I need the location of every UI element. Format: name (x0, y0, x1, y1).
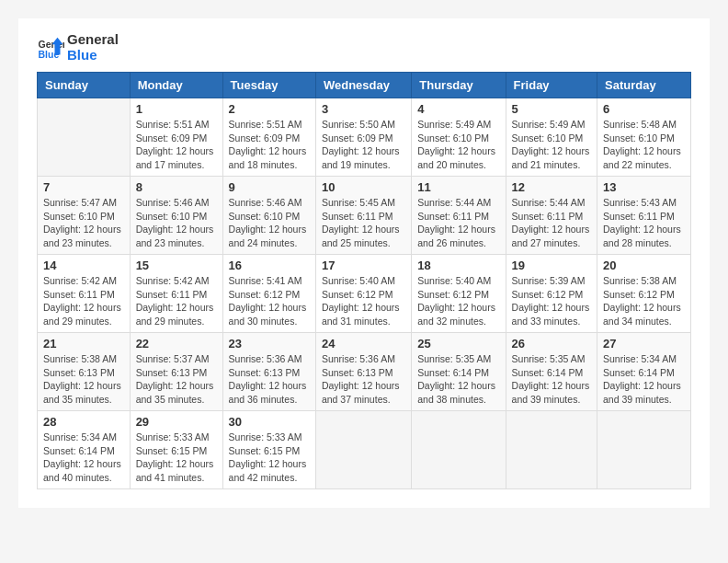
calendar-page: General Blue General Blue SundayMondayTu… (18, 18, 710, 508)
day-number: 2 (229, 102, 310, 116)
day-number: 9 (229, 180, 310, 194)
day-number: 28 (43, 415, 124, 429)
calendar-cell: 9Sunrise: 5:46 AM Sunset: 6:10 PM Daylig… (222, 177, 315, 255)
day-number: 13 (603, 180, 685, 194)
day-info: Sunrise: 5:44 AM Sunset: 6:11 PM Dayligh… (417, 196, 499, 250)
calendar-cell: 26Sunrise: 5:35 AM Sunset: 6:14 PM Dayli… (506, 333, 597, 411)
week-row-2: 7Sunrise: 5:47 AM Sunset: 6:10 PM Daylig… (38, 177, 691, 255)
week-row-3: 14Sunrise: 5:42 AM Sunset: 6:11 PM Dayli… (38, 255, 691, 333)
weekday-header-row: SundayMondayTuesdayWednesdayThursdayFrid… (38, 73, 691, 98)
calendar-cell: 6Sunrise: 5:48 AM Sunset: 6:10 PM Daylig… (597, 98, 691, 177)
day-number: 20 (603, 259, 685, 272)
day-number: 18 (417, 259, 499, 272)
day-number: 1 (136, 102, 217, 116)
day-info: Sunrise: 5:40 AM Sunset: 6:12 PM Dayligh… (417, 274, 499, 328)
calendar-table: SundayMondayTuesdayWednesdayThursdayFrid… (37, 72, 691, 489)
logo: General Blue General Blue (37, 32, 119, 63)
day-number: 14 (43, 259, 124, 272)
calendar-cell: 5Sunrise: 5:49 AM Sunset: 6:10 PM Daylig… (506, 98, 597, 177)
calendar-cell: 13Sunrise: 5:43 AM Sunset: 6:11 PM Dayli… (597, 177, 691, 255)
calendar-cell: 12Sunrise: 5:44 AM Sunset: 6:11 PM Dayli… (506, 177, 597, 255)
calendar-cell: 15Sunrise: 5:42 AM Sunset: 6:11 PM Dayli… (130, 255, 222, 333)
day-info: Sunrise: 5:39 AM Sunset: 6:12 PM Dayligh… (512, 274, 591, 328)
calendar-cell: 2Sunrise: 5:51 AM Sunset: 6:09 PM Daylig… (222, 98, 315, 177)
day-info: Sunrise: 5:40 AM Sunset: 6:12 PM Dayligh… (322, 274, 405, 328)
calendar-cell: 25Sunrise: 5:35 AM Sunset: 6:14 PM Dayli… (412, 333, 506, 411)
day-info: Sunrise: 5:34 AM Sunset: 6:14 PM Dayligh… (43, 431, 124, 485)
day-number: 21 (43, 337, 124, 350)
day-info: Sunrise: 5:46 AM Sunset: 6:10 PM Dayligh… (136, 196, 217, 250)
calendar-cell: 17Sunrise: 5:40 AM Sunset: 6:12 PM Dayli… (315, 255, 411, 333)
calendar-cell: 18Sunrise: 5:40 AM Sunset: 6:12 PM Dayli… (412, 255, 506, 333)
day-number: 16 (229, 259, 310, 272)
day-info: Sunrise: 5:33 AM Sunset: 6:15 PM Dayligh… (136, 431, 217, 485)
calendar-cell: 10Sunrise: 5:45 AM Sunset: 6:11 PM Dayli… (315, 177, 411, 255)
day-info: Sunrise: 5:35 AM Sunset: 6:14 PM Dayligh… (417, 352, 499, 407)
day-number: 7 (43, 180, 124, 194)
calendar-cell (506, 411, 597, 489)
calendar-cell: 19Sunrise: 5:39 AM Sunset: 6:12 PM Dayli… (506, 255, 597, 333)
logo-name-line2: Blue (67, 48, 119, 63)
day-number: 11 (417, 180, 499, 194)
calendar-cell: 11Sunrise: 5:44 AM Sunset: 6:11 PM Dayli… (412, 177, 506, 255)
weekday-header-saturday: Saturday (597, 73, 691, 98)
day-info: Sunrise: 5:36 AM Sunset: 6:13 PM Dayligh… (322, 352, 405, 407)
day-info: Sunrise: 5:35 AM Sunset: 6:14 PM Dayligh… (512, 352, 591, 407)
calendar-cell: 7Sunrise: 5:47 AM Sunset: 6:10 PM Daylig… (38, 177, 131, 255)
day-info: Sunrise: 5:41 AM Sunset: 6:12 PM Dayligh… (229, 274, 310, 328)
day-info: Sunrise: 5:36 AM Sunset: 6:13 PM Dayligh… (229, 352, 310, 407)
day-info: Sunrise: 5:49 AM Sunset: 6:10 PM Dayligh… (512, 118, 591, 172)
day-info: Sunrise: 5:46 AM Sunset: 6:10 PM Dayligh… (229, 196, 310, 250)
calendar-cell: 22Sunrise: 5:37 AM Sunset: 6:13 PM Dayli… (130, 333, 222, 411)
day-info: Sunrise: 5:42 AM Sunset: 6:11 PM Dayligh… (43, 274, 124, 328)
calendar-cell: 14Sunrise: 5:42 AM Sunset: 6:11 PM Dayli… (38, 255, 131, 333)
day-number: 15 (136, 259, 217, 272)
calendar-cell: 4Sunrise: 5:49 AM Sunset: 6:10 PM Daylig… (412, 98, 506, 177)
calendar-cell: 3Sunrise: 5:50 AM Sunset: 6:09 PM Daylig… (315, 98, 411, 177)
day-number: 5 (512, 102, 591, 116)
day-info: Sunrise: 5:42 AM Sunset: 6:11 PM Dayligh… (136, 274, 217, 328)
day-info: Sunrise: 5:50 AM Sunset: 6:09 PM Dayligh… (322, 118, 405, 172)
day-info: Sunrise: 5:34 AM Sunset: 6:14 PM Dayligh… (603, 352, 685, 407)
day-number: 19 (512, 259, 591, 272)
calendar-cell: 16Sunrise: 5:41 AM Sunset: 6:12 PM Dayli… (222, 255, 315, 333)
day-number: 24 (322, 337, 405, 350)
day-info: Sunrise: 5:38 AM Sunset: 6:13 PM Dayligh… (43, 352, 124, 407)
calendar-cell (412, 411, 506, 489)
day-info: Sunrise: 5:51 AM Sunset: 6:09 PM Dayligh… (136, 118, 217, 172)
day-number: 3 (322, 102, 405, 116)
calendar-cell: 23Sunrise: 5:36 AM Sunset: 6:13 PM Dayli… (222, 333, 315, 411)
day-info: Sunrise: 5:43 AM Sunset: 6:11 PM Dayligh… (603, 196, 685, 250)
day-info: Sunrise: 5:49 AM Sunset: 6:10 PM Dayligh… (417, 118, 499, 172)
weekday-header-wednesday: Wednesday (315, 73, 411, 98)
calendar-cell: 20Sunrise: 5:38 AM Sunset: 6:12 PM Dayli… (597, 255, 691, 333)
weekday-header-friday: Friday (506, 73, 597, 98)
day-number: 12 (512, 180, 591, 194)
day-number: 25 (417, 337, 499, 350)
calendar-cell (315, 411, 411, 489)
day-number: 27 (603, 337, 685, 350)
logo-icon: General Blue (37, 34, 64, 62)
day-info: Sunrise: 5:47 AM Sunset: 6:10 PM Dayligh… (43, 196, 124, 250)
day-number: 4 (417, 102, 499, 116)
calendar-cell: 30Sunrise: 5:33 AM Sunset: 6:15 PM Dayli… (222, 411, 315, 489)
day-info: Sunrise: 5:38 AM Sunset: 6:12 PM Dayligh… (603, 274, 685, 328)
day-info: Sunrise: 5:48 AM Sunset: 6:10 PM Dayligh… (603, 118, 685, 172)
calendar-cell (597, 411, 691, 489)
day-number: 22 (136, 337, 217, 350)
week-row-1: 1Sunrise: 5:51 AM Sunset: 6:09 PM Daylig… (38, 98, 691, 177)
calendar-cell: 1Sunrise: 5:51 AM Sunset: 6:09 PM Daylig… (130, 98, 222, 177)
calendar-cell: 29Sunrise: 5:33 AM Sunset: 6:15 PM Dayli… (130, 411, 222, 489)
day-info: Sunrise: 5:45 AM Sunset: 6:11 PM Dayligh… (322, 196, 405, 250)
weekday-header-sunday: Sunday (38, 73, 131, 98)
weekday-header-monday: Monday (130, 73, 222, 98)
day-number: 6 (603, 102, 685, 116)
weekday-header-tuesday: Tuesday (222, 73, 315, 98)
day-number: 29 (136, 415, 217, 429)
day-info: Sunrise: 5:44 AM Sunset: 6:11 PM Dayligh… (512, 196, 591, 250)
calendar-cell: 8Sunrise: 5:46 AM Sunset: 6:10 PM Daylig… (130, 177, 222, 255)
weekday-header-thursday: Thursday (412, 73, 506, 98)
week-row-4: 21Sunrise: 5:38 AM Sunset: 6:13 PM Dayli… (38, 333, 691, 411)
calendar-cell: 21Sunrise: 5:38 AM Sunset: 6:13 PM Dayli… (38, 333, 131, 411)
day-number: 26 (512, 337, 591, 350)
